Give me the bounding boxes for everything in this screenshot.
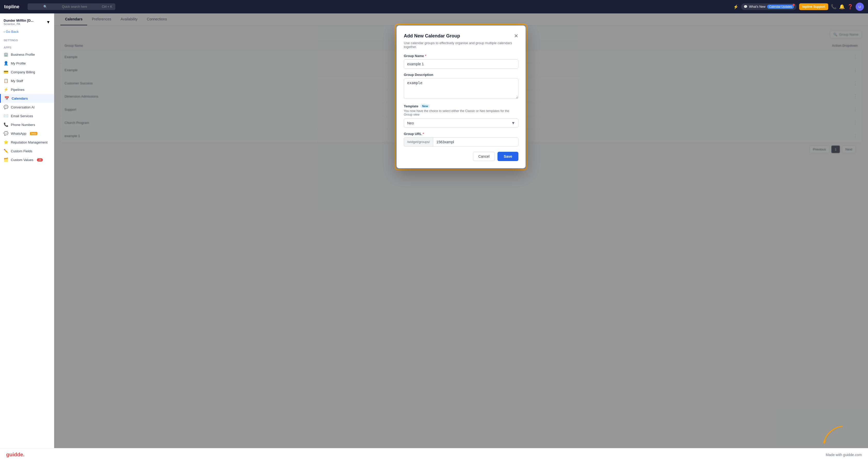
group-name-label: Group Name * [404,54,518,58]
group-description-label: Group Description [404,73,518,76]
chat-icon: 💬 [744,5,747,8]
sidebar-item-my-staff[interactable]: 📋 My Staff [0,76,54,85]
badge-dot [793,4,795,6]
sidebar-item-label: Pipelines [11,88,25,92]
group-name-field: Group Name * [404,54,518,69]
app-layout: Dunder Mifflin [D... Scranton, PA ▼ ‹ Go… [0,13,868,461]
whats-new-button[interactable]: 💬 What's New Calendar Updates [741,3,797,10]
calendar-icon: 📅 [4,96,9,101]
template-select[interactable]: Neo Classic [404,119,518,128]
custom-values-icon: 🗂️ [4,157,8,162]
phone-icon[interactable]: 📞 [831,4,837,9]
ai-icon: 💬 [4,105,8,110]
sidebar-item-label: My Profile [11,61,26,65]
sidebar-item-label: Custom Fields [11,149,32,153]
account-location: Scranton, PA [4,23,34,26]
settings-title: Settings [0,36,54,43]
template-select-wrapper: Neo Classic ▼ [404,119,518,128]
footer: guidde. Made with guidde.com [0,448,868,461]
sidebar-item-label: Company Billing [11,70,35,74]
modal-highlight-border: Add New Calendar Group ✕ Use calendar gr… [395,24,527,170]
app-logo: topline [4,4,19,9]
sidebar-item-custom-values[interactable]: 🗂️ Custom Values 26 [0,155,54,164]
template-field: Template New You now have the choice to … [404,104,518,128]
cancel-button[interactable]: Cancel [473,152,495,161]
main-content: Calendars Preferences Availability Conne… [54,13,868,461]
group-url-field: Group URL * /widget/groups/ [404,132,518,147]
whatsapp-icon: 💬 [4,131,8,136]
top-navigation: topline 🔍 Quick search here Ctrl + K ⚡ 💬… [0,0,868,13]
template-label: Template [404,104,418,108]
footer-tagline: Made with guidde.com [826,453,862,457]
count-badge: 26 [37,158,43,161]
search-shortcut: Ctrl + K [102,5,112,8]
group-description-field: Group Description example [404,73,518,100]
sidebar-item-label: WhatsApp [11,132,26,135]
sidebar-item-pipelines[interactable]: ⚡ Pipelines [0,85,54,94]
sidebar-item-calendars[interactable]: 📅 Calendars [0,94,54,103]
sidebar-item-label: Reputation Management [11,141,48,144]
template-hint: You now have the choice to select either… [404,109,518,116]
bell-icon[interactable]: 🔔 [839,4,845,9]
sidebar-item-email-services[interactable]: ✉️ Email Services [0,112,54,120]
modal-description: Use calendar groups to effectively organ… [404,41,518,49]
sidebar-item-label: Business Profile [11,53,35,57]
group-url-label: Group URL * [404,132,518,136]
template-row: Template New [404,104,518,108]
building-icon: 🏢 [4,52,8,57]
sidebar-item-business-profile[interactable]: 🏢 Business Profile [0,50,54,59]
email-icon: ✉️ [4,114,8,118]
sidebar-item-whatsapp[interactable]: 💬 WhatsApp beta [0,129,54,138]
sidebar-item-custom-fields[interactable]: ✏️ Custom Fields [0,147,54,155]
search-icon: 🔍 [43,5,47,8]
guidde-logo: guidde. [6,452,25,458]
sidebar: Dunder Mifflin [D... Scranton, PA ▼ ‹ Go… [0,13,54,461]
sidebar-item-label: My Staff [11,79,23,83]
sidebar-item-label: Phone Numbers [11,123,35,127]
sidebar-item-company-billing[interactable]: 💳 Company Billing [0,68,54,76]
modal-wrapper: Add New Calendar Group ✕ Use calendar gr… [54,13,868,461]
sidebar-item-label: Calendars [11,96,28,100]
url-prefix: /widget/groups/ [404,137,433,147]
beta-badge: beta [30,132,37,135]
group-name-input[interactable] [404,59,518,69]
staff-icon: 📋 [4,79,8,83]
save-button[interactable]: Save [497,152,518,161]
new-badge: New [420,104,430,108]
sidebar-item-label: Custom Values [11,158,33,162]
go-back-link[interactable]: ‹ Go Back [0,28,54,36]
sidebar-item-phone-numbers[interactable]: 📞 Phone Numbers [0,120,54,129]
modal-title: Add New Calendar Group [404,33,460,39]
search-bar[interactable]: 🔍 Quick search here Ctrl + K [28,3,115,10]
modal-close-button[interactable]: ✕ [514,33,518,39]
modal-header: Add New Calendar Group ✕ [404,33,518,39]
sidebar-item-label: Email Services [11,114,33,118]
url-group: /widget/groups/ [404,137,518,147]
whats-new-label: What's New [749,5,766,8]
pipeline-icon: ⚡ [4,87,8,92]
sidebar-item-reputation-management[interactable]: ⭐ Reputation Management [0,138,54,147]
user-icon: 👤 [4,61,8,66]
sidebar-item-my-profile[interactable]: 👤 My Profile [0,59,54,68]
support-button[interactable]: topline Support [799,3,828,10]
lightning-icon: ⚡ [733,4,739,9]
modal-actions: Cancel Save [404,152,518,161]
search-placeholder: Quick search here [62,5,87,8]
account-name: Dunder Mifflin [D... [4,19,34,23]
url-input[interactable] [433,137,518,147]
chevron-left-icon: ‹ [4,30,5,34]
nav-right: ⚡ 💬 What's New Calendar Updates topline … [733,3,864,11]
apps-label: Apps [0,43,54,50]
custom-fields-icon: ✏️ [4,149,8,153]
chevron-down-icon: ▼ [46,20,50,25]
billing-icon: 💳 [4,70,8,74]
add-calendar-group-modal: Add New Calendar Group ✕ Use calendar gr… [397,26,526,168]
help-icon[interactable]: ❓ [847,4,853,9]
required-indicator: * [425,54,426,58]
required-indicator: * [423,132,424,136]
avatar[interactable]: U [856,3,864,11]
phone-icon: 📞 [4,122,8,127]
sidebar-item-conversation-ai[interactable]: 💬 Conversation AI [0,103,54,112]
sub-account[interactable]: Dunder Mifflin [D... Scranton, PA ▼ [0,17,54,28]
group-description-input[interactable]: example [404,78,518,99]
